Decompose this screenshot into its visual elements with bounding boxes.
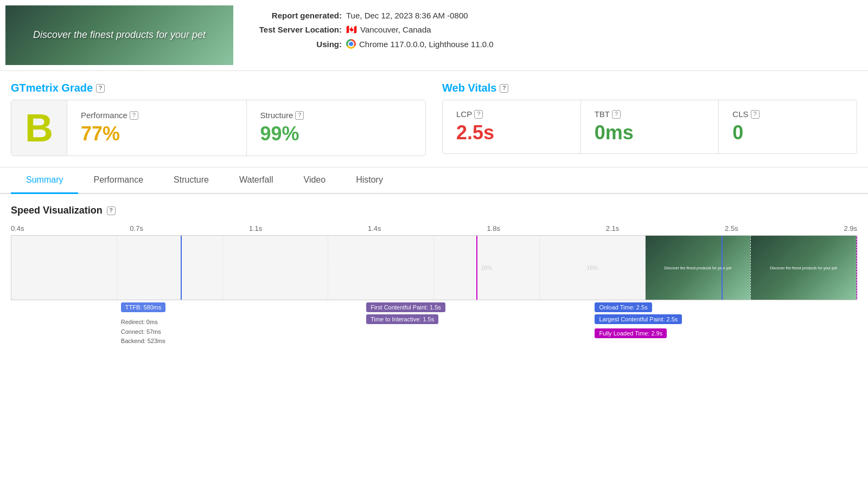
- time-label-7: 2.5s: [725, 224, 738, 232]
- lcp-cell: LCP ? 2.5s: [443, 100, 581, 153]
- web-vitals-box: Web Vitals ? LCP ? 2.5s TBT ? 0ms CLS: [442, 82, 857, 156]
- seg-6: 16%: [540, 236, 646, 300]
- onload-marker-line: [722, 236, 723, 300]
- cls-value: 0: [732, 121, 843, 144]
- time-label-1: 0.4s: [11, 224, 24, 232]
- tbt-question-icon[interactable]: ?: [612, 110, 621, 119]
- onload-annotation: Onload Time: 2.5s: [595, 302, 652, 312]
- seg-6-label: 16%: [587, 265, 598, 271]
- time-label-5: 1.8s: [487, 224, 500, 232]
- tbt-cell: TBT ? 0ms: [581, 100, 719, 153]
- seg-8-label: Discover the finest products for your pe…: [770, 266, 837, 270]
- performance-question-icon[interactable]: ?: [130, 111, 138, 120]
- speed-viz-title: Speed Visualization ?: [11, 205, 857, 216]
- ttfb-marker-line: [181, 236, 182, 300]
- time-label-4: 1.4s: [368, 224, 381, 232]
- structure-question-icon[interactable]: ?: [295, 111, 304, 120]
- seg-4: [328, 236, 434, 300]
- lcp-value: 2.5s: [456, 121, 567, 144]
- fcp-marker-line: [476, 236, 477, 300]
- grade-letter: B: [25, 108, 53, 147]
- content-section: Speed Visualization ? 0.4s 0.7s 1.1s 1.4…: [0, 194, 868, 365]
- tbt-value: 0ms: [595, 121, 705, 144]
- fcp-annotation: First Contentful Paint: 1.5s: [366, 302, 445, 312]
- tab-history[interactable]: History: [341, 167, 398, 194]
- report-generated-label: Report generated:: [244, 11, 342, 20]
- timeline-labels: 0.4s 0.7s 1.1s 1.4s 1.8s 2.1s 2.5s 2.9s: [11, 224, 857, 232]
- seg-5: 16%: [434, 236, 540, 300]
- flt-annotation: Fully Loaded Time: 2.9s: [595, 328, 667, 338]
- using-label: Using:: [244, 40, 342, 49]
- lcp-annotation: Largest Contentful Paint: 2.5s: [595, 314, 682, 324]
- annotations-area: TTFB: 580ms Redirect: 0ms Connect: 57ms …: [11, 302, 857, 354]
- structure-metric: Structure ? 99%: [247, 100, 426, 156]
- tab-video[interactable]: Video: [289, 167, 341, 194]
- web-vitals-card: LCP ? 2.5s TBT ? 0ms CLS ? 0: [442, 100, 857, 154]
- screenshot-row: 16% 16% Discover the finest products for…: [11, 235, 857, 300]
- grade-letter-cell: B: [11, 100, 67, 156]
- chrome-icon: [346, 39, 356, 49]
- time-label-3: 1.1s: [249, 224, 263, 232]
- cls-cell: CLS ? 0: [719, 100, 857, 153]
- performance-metric: Performance ? 77%: [67, 100, 247, 156]
- grade-metrics: Performance ? 77% Structure ? 99%: [67, 100, 425, 156]
- gtmetrix-grade-title: GTmetrix Grade ?: [11, 82, 426, 94]
- tabs-section: Summary Performance Structure Waterfall …: [0, 167, 868, 194]
- lcp-question-icon[interactable]: ?: [474, 110, 483, 119]
- speed-visualization: 0.4s 0.7s 1.1s 1.4s 1.8s 2.1s 2.5s 2.9s …: [11, 224, 857, 354]
- connect-detail: Connect: 57ms: [121, 327, 165, 337]
- flt-marker-line: [857, 236, 857, 300]
- backend-detail: Backend: 523ms: [121, 337, 165, 346]
- seg-2: [117, 236, 223, 300]
- seg-1: [11, 236, 117, 300]
- web-vitals-title: Web Vitals ?: [442, 82, 857, 94]
- report-info: Report generated: Tue, Dec 12, 2023 8:36…: [233, 5, 857, 59]
- time-label-8: 2.9s: [844, 224, 857, 232]
- tbt-label: TBT ?: [595, 109, 705, 119]
- ttfb-details: Redirect: 0ms Connect: 57ms Backend: 523…: [121, 318, 165, 346]
- using-value: Chrome 117.0.0.0, Lighthouse 11.0.0: [346, 39, 494, 49]
- top-section: Discover the finest products for your pe…: [0, 0, 868, 71]
- server-location-label: Test Server Location:: [244, 25, 342, 34]
- tab-summary[interactable]: Summary: [11, 167, 78, 194]
- tti-annotation: Time to Interactive: 1.5s: [366, 314, 438, 324]
- grades-section: GTmetrix Grade ? B Performance ? 77% Str…: [0, 71, 868, 167]
- speed-viz-question-icon[interactable]: ?: [107, 206, 116, 215]
- redirect-detail: Redirect: 0ms: [121, 318, 165, 327]
- seg-3: [223, 236, 329, 300]
- gtmetrix-question-icon[interactable]: ?: [96, 84, 105, 93]
- cls-label: CLS ?: [732, 109, 843, 119]
- seg-8: Discover the finest products for your pe…: [751, 236, 857, 300]
- server-location-value: 🇨🇦 Vancouver, Canada: [346, 24, 431, 35]
- performance-metric-value: 77%: [81, 122, 233, 145]
- tabs: Summary Performance Structure Waterfall …: [11, 167, 857, 193]
- lcp-label: LCP ?: [456, 109, 567, 119]
- time-label-2: 0.7s: [130, 224, 143, 232]
- tab-performance[interactable]: Performance: [78, 167, 158, 194]
- seg-7: Discover the finest products for your pe…: [646, 236, 751, 300]
- report-generated-row: Report generated: Tue, Dec 12, 2023 8:36…: [244, 11, 846, 20]
- server-location-row: Test Server Location: 🇨🇦 Vancouver, Cana…: [244, 24, 846, 35]
- tab-structure[interactable]: Structure: [158, 167, 224, 194]
- canada-flag-icon: 🇨🇦: [346, 24, 357, 35]
- site-thumbnail: Discover the finest products for your pe…: [5, 5, 233, 65]
- seg-5-label: 16%: [481, 265, 492, 271]
- structure-metric-label: Structure ?: [260, 111, 412, 120]
- using-row: Using: Chrome 117.0.0.0, Lighthouse 11.0…: [244, 39, 846, 49]
- structure-metric-value: 99%: [260, 122, 412, 145]
- performance-metric-label: Performance ?: [81, 111, 233, 120]
- screenshot-area: 16% 16% Discover the finest products for…: [11, 235, 857, 300]
- web-vitals-question-icon[interactable]: ?: [500, 84, 508, 93]
- site-thumbnail-text: Discover the finest products for your pe…: [33, 29, 206, 41]
- report-generated-value: Tue, Dec 12, 2023 8:36 AM -0800: [346, 11, 468, 20]
- gtmetrix-grade-card: B Performance ? 77% Structure ? 99%: [11, 100, 426, 156]
- time-label-6: 2.1s: [606, 224, 620, 232]
- cls-question-icon[interactable]: ?: [751, 110, 760, 119]
- gtmetrix-grade-box: GTmetrix Grade ? B Performance ? 77% Str…: [11, 82, 426, 156]
- ttfb-annotation: TTFB: 580ms: [121, 302, 166, 312]
- tab-waterfall[interactable]: Waterfall: [224, 167, 289, 194]
